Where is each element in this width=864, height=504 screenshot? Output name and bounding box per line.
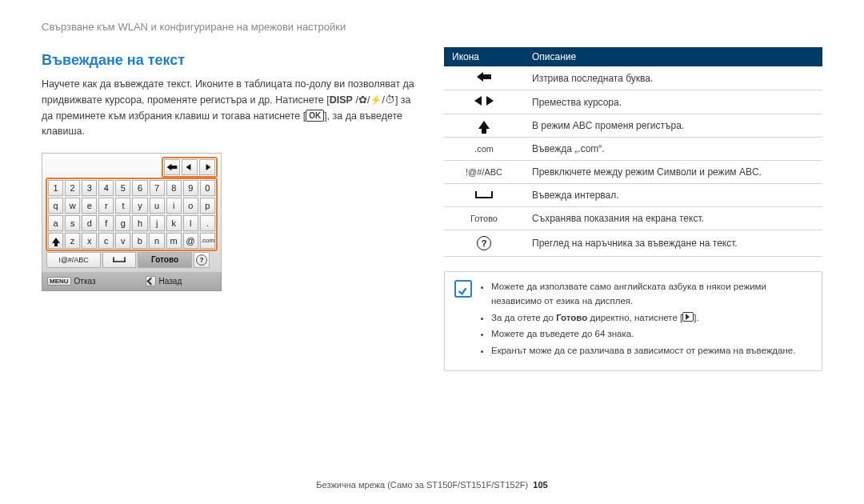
table-row: .com Въвежда „.com“. (444, 138, 822, 161)
key-i[interactable]: i (166, 198, 182, 214)
key-cursor-left[interactable] (182, 159, 198, 175)
key-o[interactable]: o (183, 198, 198, 214)
note-item: Екранът може да се различава в зависимос… (491, 344, 812, 358)
breadcrumb: Свързване към WLAN и конфигуриране на мр… (42, 21, 822, 33)
key-l[interactable]: l (183, 215, 198, 231)
arrow-up-icon (478, 121, 490, 129)
key-x[interactable]: x (82, 233, 97, 249)
symbol-abc-icon: !@#/ABC (444, 161, 524, 184)
key-e[interactable]: e (82, 198, 97, 214)
key-8[interactable]: 8 (166, 180, 182, 196)
key-6[interactable]: 6 (132, 180, 147, 196)
help-icon: ? (477, 236, 491, 250)
note-icon (454, 280, 472, 298)
key-w[interactable]: w (65, 198, 80, 214)
table-row: Изтрива последната буква. (444, 66, 822, 90)
page-footer: Безжична мрежа (Само за ST150F/ST151F/ST… (0, 480, 864, 490)
table-row: Премества курсора. (444, 90, 822, 114)
table-row: В режим ABC променя регистъра. (444, 114, 822, 138)
table-row: ? Преглед на наръчника за въвеждане на т… (444, 230, 822, 257)
keyboard-status-bar: MENU Отказ Назад (42, 273, 222, 291)
page-title: Въвеждане на текст (42, 52, 420, 69)
key-1[interactable]: 1 (48, 180, 63, 196)
key-h[interactable]: h (132, 215, 147, 231)
key-2[interactable]: 2 (65, 180, 80, 196)
onscreen-keyboard: 1 2 3 4 5 6 7 8 9 0 q (42, 153, 222, 291)
key-r[interactable]: r (98, 198, 114, 214)
play-icon (682, 312, 694, 322)
key-backspace[interactable] (164, 159, 180, 175)
key-a[interactable]: a (48, 215, 63, 231)
key-t[interactable]: t (115, 198, 130, 214)
key-k[interactable]: k (166, 215, 182, 231)
space-icon (475, 191, 493, 198)
key-com[interactable]: .com (200, 233, 215, 249)
key-f[interactable]: f (98, 215, 114, 231)
key-y[interactable]: y (132, 198, 147, 214)
key-j[interactable]: j (150, 215, 165, 231)
key-u[interactable]: u (150, 198, 165, 214)
key-5[interactable]: 5 (115, 180, 130, 196)
note-item: Можете да въведете до 64 знака. (491, 327, 812, 342)
keyboard-letter-block: 1 2 3 4 5 6 7 8 9 0 q (46, 178, 218, 251)
key-7[interactable]: 7 (150, 180, 165, 196)
key-help[interactable]: ? (194, 252, 210, 268)
key-b[interactable]: b (132, 233, 147, 249)
key-m[interactable]: m (166, 233, 182, 249)
table-row: !@#/ABC Превключете между режим Символи … (444, 161, 822, 184)
key-g[interactable]: g (115, 215, 130, 231)
key-q[interactable]: q (48, 198, 63, 214)
key-done[interactable]: Готово (138, 252, 192, 268)
table-row: Въвежда интервал. (444, 184, 822, 207)
key-symbol-abc[interactable]: !@#/ABC (46, 252, 101, 268)
key-n[interactable]: n (149, 233, 164, 249)
icon-description-table: Икона Описание Изтрива последната буква.… (444, 47, 822, 257)
key-c[interactable]: c (98, 233, 114, 249)
key-s[interactable]: s (65, 215, 80, 231)
key-0[interactable]: 0 (200, 180, 215, 196)
backspace-icon (477, 72, 491, 82)
com-icon: .com (444, 138, 524, 161)
table-header-desc: Описание (524, 47, 822, 66)
note-item: За да отете до Готово директно, натиснет… (491, 311, 812, 326)
key-3[interactable]: 3 (82, 180, 97, 196)
table-header-icon: Икона (444, 47, 524, 66)
key-at[interactable]: @ (183, 233, 198, 249)
key-cursor-right[interactable] (199, 159, 215, 175)
key-4[interactable]: 4 (98, 180, 114, 196)
note-item: Можете да използвате само английската аз… (491, 280, 812, 309)
arrow-left-icon (474, 96, 482, 106)
key-p[interactable]: p (200, 198, 215, 214)
arrow-right-icon (486, 96, 494, 106)
note-box: Можете да използвате само английската аз… (444, 271, 822, 371)
keyboard-nav-group (162, 157, 218, 178)
key-z[interactable]: z (65, 233, 80, 249)
menu-chip: MENU (47, 277, 71, 286)
back-icon (146, 276, 156, 286)
key-shift[interactable] (48, 233, 63, 249)
intro-paragraph: Научете как да въвеждате текст. Иконите … (42, 77, 420, 140)
key-d[interactable]: d (82, 215, 97, 231)
key-space[interactable] (102, 252, 136, 268)
done-icon: Готово (444, 207, 524, 230)
table-row: Готово Съхранява показания на екрана тек… (444, 207, 822, 230)
key-9[interactable]: 9 (183, 180, 198, 196)
key-dot[interactable]: . (200, 215, 215, 231)
key-v[interactable]: v (115, 233, 130, 249)
